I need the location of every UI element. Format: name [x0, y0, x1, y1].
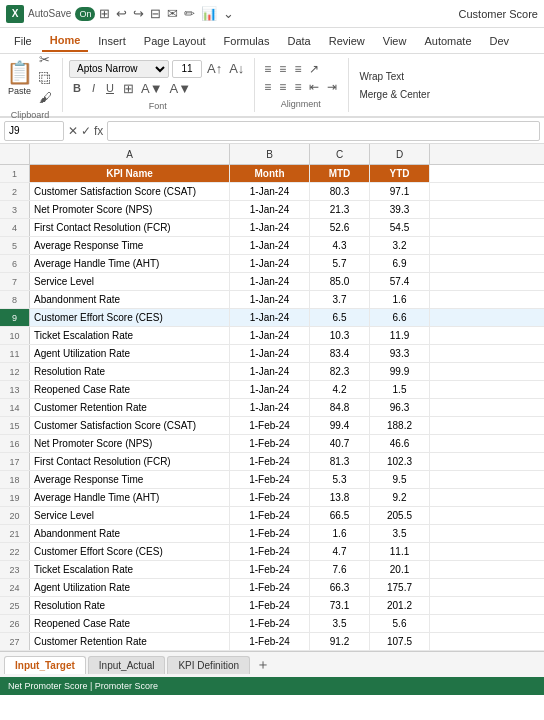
cell-kpi-name[interactable]: Reopened Case Rate	[30, 615, 230, 632]
sheet-tab-kpi-definition[interactable]: KPI Definition	[167, 656, 250, 674]
cell-mtd[interactable]: 5.3	[310, 471, 370, 488]
border-icon[interactable]: ⊞	[121, 80, 136, 97]
cell-month[interactable]: 1-Jan-24	[230, 327, 310, 344]
cell-mtd[interactable]: 66.5	[310, 507, 370, 524]
table-row[interactable]: 26 Reopened Case Rate 1-Feb-24 3.5 5.6	[0, 615, 544, 633]
cell-mtd[interactable]: 81.3	[310, 453, 370, 470]
formula-input[interactable]	[107, 121, 540, 141]
cell-mtd[interactable]: 82.3	[310, 363, 370, 380]
cell-month[interactable]: 1-Jan-24	[230, 273, 310, 290]
cell-kpi-name[interactable]: Customer Satisfaction Score (CSAT)	[30, 417, 230, 434]
cell-month[interactable]: 1-Feb-24	[230, 561, 310, 578]
font-name-select[interactable]: Aptos Narrow	[69, 60, 169, 78]
underline-button[interactable]: U	[102, 81, 118, 95]
wrap-text-button[interactable]: Wrap Text	[355, 69, 434, 84]
cell-ytd[interactable]: 99.9	[370, 363, 430, 380]
cell-kpi-name[interactable]: Abandonment Rate	[30, 525, 230, 542]
redo-icon[interactable]: ↪	[133, 6, 144, 21]
table-row[interactable]: 19 Average Handle Time (AHT) 1-Feb-24 13…	[0, 489, 544, 507]
cell-ytd[interactable]: 1.5	[370, 381, 430, 398]
cell-kpi-name[interactable]: Resolution Rate	[30, 597, 230, 614]
cell-month[interactable]: 1-Feb-24	[230, 507, 310, 524]
increase-font-icon[interactable]: A↑	[205, 60, 224, 77]
cell-mtd[interactable]: 1.6	[310, 525, 370, 542]
cell-ytd[interactable]: 96.3	[370, 399, 430, 416]
cell-ytd[interactable]: 9.2	[370, 489, 430, 506]
cell-ytd[interactable]: 46.6	[370, 435, 430, 452]
cell-ytd[interactable]: 3.5	[370, 525, 430, 542]
cell-mtd[interactable]: 4.7	[310, 543, 370, 560]
cell-kpi-name[interactable]: Customer Effort Score (CES)	[30, 543, 230, 560]
table-row[interactable]: 14 Customer Retention Rate 1-Jan-24 84.8…	[0, 399, 544, 417]
sheet-tab-input-target[interactable]: Input_Target	[4, 656, 86, 674]
cell-mtd[interactable]: 3.5	[310, 615, 370, 632]
table-row[interactable]: 2 Customer Satisfaction Score (CSAT) 1-J…	[0, 183, 544, 201]
cell-kpi-name[interactable]: Customer Satisfaction Score (CSAT)	[30, 183, 230, 200]
cell-mtd[interactable]: 80.3	[310, 183, 370, 200]
cell-mtd[interactable]: 85.0	[310, 273, 370, 290]
cell-month[interactable]: 1-Jan-24	[230, 219, 310, 236]
cell-mtd[interactable]: 4.2	[310, 381, 370, 398]
table-row[interactable]: 13 Reopened Case Rate 1-Jan-24 4.2 1.5	[0, 381, 544, 399]
fx-cancel-icon[interactable]: ✕	[68, 124, 78, 138]
tab-data[interactable]: Data	[279, 31, 318, 51]
cell-month[interactable]: 1-Jan-24	[230, 309, 310, 326]
cell-ytd[interactable]: 175.7	[370, 579, 430, 596]
cell-kpi-name[interactable]: Net Promoter Score (NPS)	[30, 435, 230, 452]
col-header-a[interactable]: A	[30, 144, 230, 164]
cell-kpi-name[interactable]: Reopened Case Rate	[30, 381, 230, 398]
cell-ytd[interactable]: 6.6	[370, 309, 430, 326]
table-row[interactable]: 22 Customer Effort Score (CES) 1-Feb-24 …	[0, 543, 544, 561]
table-row[interactable]: 5 Average Response Time 1-Jan-24 4.3 3.2	[0, 237, 544, 255]
add-sheet-button[interactable]: ＋	[252, 656, 274, 674]
table-row[interactable]: 6 Average Handle Time (AHT) 1-Jan-24 5.7…	[0, 255, 544, 273]
pen-icon[interactable]: ✏	[184, 6, 195, 21]
cell-mtd[interactable]: 4.3	[310, 237, 370, 254]
grid2-icon[interactable]: ⊟	[150, 6, 161, 21]
fx-confirm-icon[interactable]: ✓	[81, 124, 91, 138]
cell-month[interactable]: 1-Feb-24	[230, 453, 310, 470]
italic-button[interactable]: I	[88, 81, 99, 95]
cell-month[interactable]: 1-Jan-24	[230, 381, 310, 398]
table-row[interactable]: 24 Agent Utilization Rate 1-Feb-24 66.3 …	[0, 579, 544, 597]
cell-ytd[interactable]: 39.3	[370, 201, 430, 218]
cell-kpi-name[interactable]: First Contact Resolution (FCR)	[30, 453, 230, 470]
indent-decrease-icon[interactable]: ⇤	[306, 79, 322, 95]
fx-icon[interactable]: fx	[94, 124, 103, 138]
cell-month[interactable]: 1-Jan-24	[230, 363, 310, 380]
paste-button[interactable]: 📋 Paste	[6, 60, 33, 96]
autosave-toggle[interactable]: On	[75, 7, 95, 21]
cell-month[interactable]: 1-Feb-24	[230, 615, 310, 632]
cell-mtd[interactable]: 52.6	[310, 219, 370, 236]
cell-ytd[interactable]: 5.6	[370, 615, 430, 632]
mail-icon[interactable]: ✉	[167, 6, 178, 21]
cell-ytd[interactable]: 93.3	[370, 345, 430, 362]
cut-icon[interactable]: ✂	[37, 51, 54, 68]
cell-mtd[interactable]: 3.7	[310, 291, 370, 308]
table-row[interactable]: 8 Abandonment Rate 1-Jan-24 3.7 1.6	[0, 291, 544, 309]
cell-ytd[interactable]: 20.1	[370, 561, 430, 578]
cell-kpi-name[interactable]: Average Response Time	[30, 471, 230, 488]
cell-month[interactable]: 1-Jan-24	[230, 237, 310, 254]
align-center-icon[interactable]: ≡	[276, 79, 289, 95]
fill-color-icon[interactable]: A▼	[139, 80, 165, 97]
cell-month[interactable]: 1-Jan-24	[230, 255, 310, 272]
chart-icon[interactable]: 📊	[201, 6, 217, 21]
table-row[interactable]: 7 Service Level 1-Jan-24 85.0 57.4	[0, 273, 544, 291]
tab-file[interactable]: File	[6, 31, 40, 51]
more-icon[interactable]: ⌄	[223, 6, 234, 21]
cell-mtd[interactable]: 10.3	[310, 327, 370, 344]
cell-kpi-name[interactable]: Resolution Rate	[30, 363, 230, 380]
table-row[interactable]: 11 Agent Utilization Rate 1-Jan-24 83.4 …	[0, 345, 544, 363]
cell-ytd[interactable]: 107.5	[370, 633, 430, 650]
table-row[interactable]: 20 Service Level 1-Feb-24 66.5 205.5	[0, 507, 544, 525]
cell-month[interactable]: 1-Jan-24	[230, 291, 310, 308]
decrease-font-icon[interactable]: A↓	[227, 60, 246, 77]
sheet-tab-input-actual[interactable]: Input_Actual	[88, 656, 166, 674]
table-row[interactable]: 12 Resolution Rate 1-Jan-24 82.3 99.9	[0, 363, 544, 381]
col-header-d[interactable]: D	[370, 144, 430, 164]
cell-ytd[interactable]: 97.1	[370, 183, 430, 200]
cell-month[interactable]: 1-Feb-24	[230, 579, 310, 596]
cell-mtd[interactable]: 83.4	[310, 345, 370, 362]
cell-ytd[interactable]: 188.2	[370, 417, 430, 434]
